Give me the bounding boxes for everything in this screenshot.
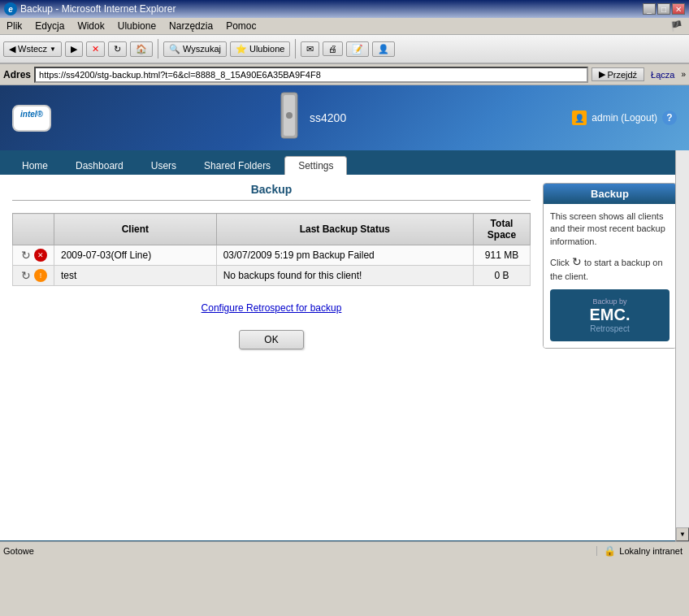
nav-tabs: Home Dashboard Users Shared Folders Sett… bbox=[0, 150, 689, 175]
user-icon: 👤 bbox=[572, 111, 587, 125]
mail-button[interactable]: ✉ bbox=[301, 41, 319, 57]
addressbar: Adres ▶ Przejdź Łącza » bbox=[0, 64, 689, 85]
star-icon: ⭐ bbox=[236, 44, 247, 54]
device-name: ss4200 bbox=[310, 111, 346, 124]
edit-icon: 📝 bbox=[352, 44, 363, 54]
back-label: Wstecz bbox=[18, 44, 47, 54]
minimize-button[interactable]: _ bbox=[643, 3, 656, 15]
page-body: Backup Client Last Backup Status Total S… bbox=[0, 175, 689, 540]
stop-icon: ✕ bbox=[92, 44, 99, 54]
device-section: ss4200 bbox=[277, 91, 346, 145]
menu-ulubione[interactable]: Ulubione bbox=[115, 20, 159, 33]
menu-edycja[interactable]: Edycja bbox=[32, 20, 67, 33]
window-titlebar: e Backup - Microsoft Internet Explorer _… bbox=[0, 0, 689, 18]
favorites-label: Ulubione bbox=[249, 44, 284, 54]
col-header-icon bbox=[13, 214, 54, 245]
toolbar-separator bbox=[158, 39, 158, 59]
page-header: intel® ss4200 👤 admin (Logout) ? bbox=[0, 85, 689, 150]
lock-icon: 🔒 bbox=[604, 545, 616, 557]
info-description-1: This screen shows all clients and their … bbox=[550, 210, 670, 248]
go-arrow-icon: ▶ bbox=[599, 69, 605, 80]
user-section: 👤 admin (Logout) ? bbox=[572, 111, 677, 125]
scroll-down-arrow[interactable]: ▼ bbox=[676, 527, 689, 541]
search-button[interactable]: 🔍 Wyszukaj bbox=[163, 41, 227, 57]
back-button[interactable]: ◀ Wstecz ▼ bbox=[3, 41, 62, 57]
help-button[interactable]: ? bbox=[662, 111, 677, 125]
mail-icon: ✉ bbox=[306, 44, 314, 54]
toolbar: ◀ Wstecz ▼ ▶ ✕ ↻ 🏠 🔍 Wyszukaj ⭐ Ulubione… bbox=[0, 35, 689, 64]
back-arrow-icon: ◀ bbox=[9, 44, 15, 54]
expand-links-icon: » bbox=[681, 70, 686, 79]
col-header-status: Last Backup Status bbox=[216, 214, 473, 245]
close-button[interactable]: ✕ bbox=[672, 3, 685, 15]
table-row: ↻ ✕ 2009-07-03(Off Line) 03/07/2009 5:19… bbox=[13, 245, 531, 266]
links-button[interactable]: Łącza bbox=[648, 69, 678, 80]
refresh-button[interactable]: ↻ bbox=[108, 41, 127, 57]
row2-space: 0 B bbox=[474, 266, 531, 286]
intel-logo-sup: ® bbox=[37, 110, 43, 119]
statusbar-zone: 🔒 Lokalny intranet bbox=[597, 545, 689, 557]
col-header-client: Client bbox=[54, 214, 217, 245]
refresh-icon-inline: ↻ bbox=[572, 254, 582, 271]
menubar: Plik Edycja Widok Ulubione Narzędzia Pom… bbox=[0, 18, 689, 35]
go-button[interactable]: ▶ Przejdź bbox=[592, 67, 644, 81]
row1-refresh-icon[interactable]: ↻ bbox=[20, 249, 32, 262]
col-header-space: Total Space bbox=[474, 214, 531, 245]
row2-status-icon: ! bbox=[34, 269, 47, 282]
print-button[interactable]: 🖨 bbox=[323, 41, 343, 56]
stop-button[interactable]: ✕ bbox=[86, 41, 105, 57]
edit-button[interactable]: 📝 bbox=[346, 41, 369, 57]
scroll-track[interactable] bbox=[676, 99, 689, 527]
emc-logo: Backup by EMC. Retrospect bbox=[550, 289, 670, 341]
tab-settings[interactable]: Settings bbox=[284, 156, 347, 175]
emc-text: EMC. bbox=[557, 306, 663, 324]
menu-pomoc[interactable]: Pomoc bbox=[223, 20, 259, 33]
info-panel: Backup This screen shows all clients and… bbox=[543, 183, 677, 349]
messenger-icon: 👤 bbox=[378, 44, 389, 54]
address-label: Adres bbox=[3, 69, 31, 80]
intel-logo: intel® bbox=[12, 105, 51, 132]
page-title: Backup bbox=[12, 183, 531, 196]
row2-client: test bbox=[54, 266, 217, 286]
retrospect-text: Retrospect bbox=[557, 324, 663, 333]
menu-plik[interactable]: Plik bbox=[3, 20, 25, 33]
row1-client: 2009-07-03(Off Line) bbox=[54, 245, 217, 266]
window-controls[interactable]: _ □ ✕ bbox=[643, 3, 685, 15]
menu-widok[interactable]: Widok bbox=[74, 20, 107, 33]
backup-by-text: Backup by bbox=[557, 297, 663, 306]
forward-button[interactable]: ▶ bbox=[65, 41, 83, 57]
tab-users[interactable]: Users bbox=[137, 156, 190, 175]
window-title: Backup - Microsoft Internet Explorer bbox=[20, 3, 176, 15]
home-button[interactable]: 🏠 bbox=[130, 41, 153, 57]
row1-status-icon: ✕ bbox=[34, 249, 47, 262]
dropdown-arrow-icon: ▼ bbox=[50, 46, 56, 53]
messenger-button[interactable]: 👤 bbox=[372, 41, 395, 57]
info-description-2: Click ↻ to start a backup on the client. bbox=[550, 254, 670, 283]
statusbar-status: Gotowe bbox=[0, 546, 597, 556]
forward-arrow-icon: ▶ bbox=[71, 44, 77, 54]
tab-shared-folders[interactable]: Shared Folders bbox=[190, 156, 284, 175]
ok-btn-container: OK bbox=[12, 330, 531, 349]
tab-dashboard[interactable]: Dashboard bbox=[62, 156, 137, 175]
configure-retrospect-link[interactable]: Configure Retrospect for backup bbox=[12, 302, 531, 314]
table-row: ↻ ! test No backups found for this clien… bbox=[13, 266, 531, 286]
toolbar-separator-2 bbox=[295, 39, 296, 59]
maximize-button[interactable]: □ bbox=[657, 3, 670, 15]
info-panel-body: This screen shows all clients and their … bbox=[544, 204, 676, 348]
svg-point-2 bbox=[286, 112, 292, 119]
ok-button[interactable]: OK bbox=[239, 330, 303, 349]
row2-refresh-icon[interactable]: ↻ bbox=[20, 269, 32, 282]
info-click-prefix: Click bbox=[550, 258, 570, 267]
address-input[interactable] bbox=[34, 67, 588, 83]
search-icon: 🔍 bbox=[169, 44, 180, 54]
intel-logo-text: intel bbox=[20, 110, 37, 119]
menu-narzedzia[interactable]: Narzędzia bbox=[166, 20, 216, 33]
tab-home[interactable]: Home bbox=[8, 156, 62, 175]
scrollbar-right[interactable]: ▲ ▼ bbox=[675, 85, 689, 541]
row1-space: 911 MB bbox=[474, 245, 531, 266]
browser-content: ▲ ▼ intel® ss4200 👤 admin (Logout) ? bbox=[0, 85, 689, 559]
windows-flag-icon: 🏴 bbox=[667, 20, 686, 33]
zone-text: Lokalny intranet bbox=[619, 546, 682, 556]
device-icon bbox=[277, 91, 301, 145]
favorites-button[interactable]: ⭐ Ulubione bbox=[230, 41, 290, 57]
